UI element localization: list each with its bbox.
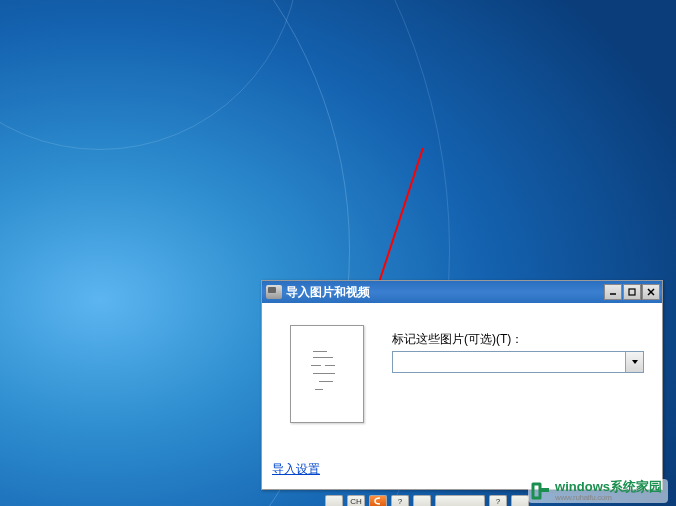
taskbar-grip[interactable] — [325, 495, 343, 506]
watermark: windows系统家园 www.ruhaifu.com — [528, 479, 668, 503]
close-button[interactable] — [642, 284, 660, 300]
maximize-button[interactable] — [623, 284, 641, 300]
svg-rect-3 — [629, 289, 635, 295]
window-controls — [603, 284, 660, 300]
language-indicator[interactable]: CH — [347, 495, 365, 506]
help-icon[interactable]: ? — [391, 495, 409, 506]
import-settings-link[interactable]: 导入设置 — [272, 461, 320, 478]
watermark-sub: www.ruhaifu.com — [555, 494, 662, 502]
minimize-button[interactable] — [604, 284, 622, 300]
tag-input[interactable] — [393, 352, 625, 372]
taskbar-item[interactable] — [435, 495, 485, 506]
titlebar[interactable]: 导入图片和视频 — [262, 281, 662, 303]
help-icon-2[interactable]: ? — [489, 495, 507, 506]
dialog-title: 导入图片和视频 — [286, 284, 603, 301]
camera-icon — [266, 285, 282, 299]
import-dialog: 导入图片和视频 标记这些图片(可选)(T)： — [261, 280, 663, 490]
watermark-text-block: windows系统家园 www.ruhaifu.com — [555, 480, 662, 502]
dialog-body: 标记这些图片(可选)(T)： 导入设置 — [262, 303, 662, 489]
watermark-logo-icon — [530, 481, 552, 501]
tag-combobox[interactable] — [392, 351, 644, 373]
svg-marker-6 — [632, 360, 638, 364]
image-thumbnail — [290, 325, 364, 423]
taskbar-sep — [511, 495, 529, 506]
watermark-main: windows系统家园 — [555, 479, 662, 494]
svg-rect-7 — [541, 488, 549, 492]
tag-label: 标记这些图片(可选)(T)： — [392, 331, 523, 348]
sogou-ime-icon[interactable] — [369, 495, 387, 506]
taskbar-sep — [413, 495, 431, 506]
tag-dropdown-button[interactable] — [625, 352, 643, 372]
